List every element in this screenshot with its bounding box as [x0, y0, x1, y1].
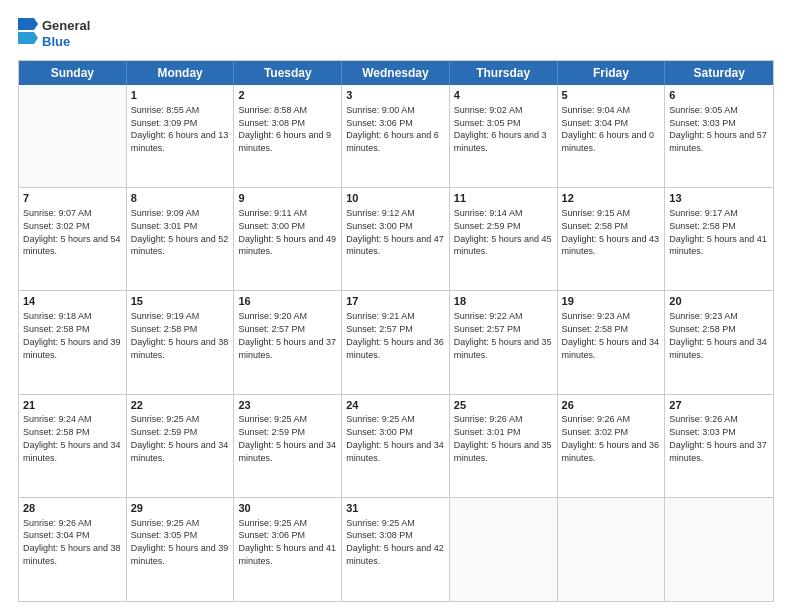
day-number: 2	[238, 88, 337, 103]
cell-info: Sunrise: 8:55 AMSunset: 3:09 PMDaylight:…	[131, 105, 229, 153]
cell-info: Sunrise: 9:02 AMSunset: 3:05 PMDaylight:…	[454, 105, 547, 153]
day-cell-16: 16 Sunrise: 9:20 AMSunset: 2:57 PMDaylig…	[234, 291, 342, 393]
cell-info: Sunrise: 9:23 AMSunset: 2:58 PMDaylight:…	[562, 311, 660, 359]
cell-info: Sunrise: 9:11 AMSunset: 3:00 PMDaylight:…	[238, 208, 336, 256]
day-number: 13	[669, 191, 769, 206]
header-day-thursday: Thursday	[450, 61, 558, 85]
week-row-1: 1 Sunrise: 8:55 AMSunset: 3:09 PMDayligh…	[19, 85, 773, 188]
day-cell-26: 26 Sunrise: 9:26 AMSunset: 3:02 PMDaylig…	[558, 395, 666, 497]
cell-info: Sunrise: 9:25 AMSunset: 2:59 PMDaylight:…	[131, 414, 229, 462]
day-number: 26	[562, 398, 661, 413]
day-number: 11	[454, 191, 553, 206]
header-day-tuesday: Tuesday	[234, 61, 342, 85]
day-number: 9	[238, 191, 337, 206]
cell-info: Sunrise: 9:26 AMSunset: 3:02 PMDaylight:…	[562, 414, 660, 462]
header-day-wednesday: Wednesday	[342, 61, 450, 85]
day-number: 17	[346, 294, 445, 309]
day-cell-25: 25 Sunrise: 9:26 AMSunset: 3:01 PMDaylig…	[450, 395, 558, 497]
cell-info: Sunrise: 9:07 AMSunset: 3:02 PMDaylight:…	[23, 208, 121, 256]
svg-marker-1	[18, 32, 38, 44]
empty-cell	[558, 498, 666, 601]
day-cell-28: 28 Sunrise: 9:26 AMSunset: 3:04 PMDaylig…	[19, 498, 127, 601]
cell-info: Sunrise: 9:24 AMSunset: 2:58 PMDaylight:…	[23, 414, 121, 462]
day-cell-13: 13 Sunrise: 9:17 AMSunset: 2:58 PMDaylig…	[665, 188, 773, 290]
header-day-sunday: Sunday	[19, 61, 127, 85]
day-number: 19	[562, 294, 661, 309]
day-number: 12	[562, 191, 661, 206]
day-number: 31	[346, 501, 445, 516]
day-number: 7	[23, 191, 122, 206]
day-cell-4: 4 Sunrise: 9:02 AMSunset: 3:05 PMDayligh…	[450, 85, 558, 187]
cell-info: Sunrise: 9:26 AMSunset: 3:03 PMDaylight:…	[669, 414, 767, 462]
week-row-5: 28 Sunrise: 9:26 AMSunset: 3:04 PMDaylig…	[19, 498, 773, 601]
day-number: 1	[131, 88, 230, 103]
calendar-header: SundayMondayTuesdayWednesdayThursdayFrid…	[19, 61, 773, 85]
day-cell-14: 14 Sunrise: 9:18 AMSunset: 2:58 PMDaylig…	[19, 291, 127, 393]
cell-info: Sunrise: 9:25 AMSunset: 3:06 PMDaylight:…	[238, 518, 336, 566]
day-cell-6: 6 Sunrise: 9:05 AMSunset: 3:03 PMDayligh…	[665, 85, 773, 187]
header-day-monday: Monday	[127, 61, 235, 85]
day-number: 28	[23, 501, 122, 516]
cell-info: Sunrise: 9:25 AMSunset: 3:05 PMDaylight:…	[131, 518, 229, 566]
day-cell-1: 1 Sunrise: 8:55 AMSunset: 3:09 PMDayligh…	[127, 85, 235, 187]
day-cell-20: 20 Sunrise: 9:23 AMSunset: 2:58 PMDaylig…	[665, 291, 773, 393]
day-cell-17: 17 Sunrise: 9:21 AMSunset: 2:57 PMDaylig…	[342, 291, 450, 393]
week-row-4: 21 Sunrise: 9:24 AMSunset: 2:58 PMDaylig…	[19, 395, 773, 498]
day-cell-8: 8 Sunrise: 9:09 AMSunset: 3:01 PMDayligh…	[127, 188, 235, 290]
week-row-3: 14 Sunrise: 9:18 AMSunset: 2:58 PMDaylig…	[19, 291, 773, 394]
cell-info: Sunrise: 9:26 AMSunset: 3:04 PMDaylight:…	[23, 518, 121, 566]
logo-line2: Blue	[42, 34, 90, 50]
empty-cell	[665, 498, 773, 601]
day-cell-31: 31 Sunrise: 9:25 AMSunset: 3:08 PMDaylig…	[342, 498, 450, 601]
cell-info: Sunrise: 9:23 AMSunset: 2:58 PMDaylight:…	[669, 311, 767, 359]
day-cell-3: 3 Sunrise: 9:00 AMSunset: 3:06 PMDayligh…	[342, 85, 450, 187]
day-number: 24	[346, 398, 445, 413]
empty-cell	[450, 498, 558, 601]
logo-graphic	[18, 18, 38, 46]
cell-info: Sunrise: 9:14 AMSunset: 2:59 PMDaylight:…	[454, 208, 552, 256]
page: General Blue SundayMondayTuesdayWednesda…	[0, 0, 792, 612]
header: General Blue	[18, 18, 774, 50]
cell-info: Sunrise: 9:15 AMSunset: 2:58 PMDaylight:…	[562, 208, 660, 256]
cell-info: Sunrise: 8:58 AMSunset: 3:08 PMDaylight:…	[238, 105, 331, 153]
day-number: 5	[562, 88, 661, 103]
cell-info: Sunrise: 9:19 AMSunset: 2:58 PMDaylight:…	[131, 311, 229, 359]
day-cell-9: 9 Sunrise: 9:11 AMSunset: 3:00 PMDayligh…	[234, 188, 342, 290]
logo-line1: General	[42, 18, 90, 34]
logo: General Blue	[18, 18, 90, 50]
day-number: 14	[23, 294, 122, 309]
cell-info: Sunrise: 9:18 AMSunset: 2:58 PMDaylight:…	[23, 311, 121, 359]
cell-info: Sunrise: 9:00 AMSunset: 3:06 PMDaylight:…	[346, 105, 439, 153]
cell-info: Sunrise: 9:09 AMSunset: 3:01 PMDaylight:…	[131, 208, 229, 256]
day-number: 23	[238, 398, 337, 413]
day-number: 10	[346, 191, 445, 206]
day-number: 29	[131, 501, 230, 516]
cell-info: Sunrise: 9:21 AMSunset: 2:57 PMDaylight:…	[346, 311, 444, 359]
day-cell-11: 11 Sunrise: 9:14 AMSunset: 2:59 PMDaylig…	[450, 188, 558, 290]
calendar: SundayMondayTuesdayWednesdayThursdayFrid…	[18, 60, 774, 602]
cell-info: Sunrise: 9:20 AMSunset: 2:57 PMDaylight:…	[238, 311, 336, 359]
day-cell-24: 24 Sunrise: 9:25 AMSunset: 3:00 PMDaylig…	[342, 395, 450, 497]
day-number: 20	[669, 294, 769, 309]
cell-info: Sunrise: 9:05 AMSunset: 3:03 PMDaylight:…	[669, 105, 767, 153]
day-cell-15: 15 Sunrise: 9:19 AMSunset: 2:58 PMDaylig…	[127, 291, 235, 393]
day-cell-29: 29 Sunrise: 9:25 AMSunset: 3:05 PMDaylig…	[127, 498, 235, 601]
day-cell-23: 23 Sunrise: 9:25 AMSunset: 2:59 PMDaylig…	[234, 395, 342, 497]
day-number: 30	[238, 501, 337, 516]
day-number: 27	[669, 398, 769, 413]
day-cell-30: 30 Sunrise: 9:25 AMSunset: 3:06 PMDaylig…	[234, 498, 342, 601]
day-cell-10: 10 Sunrise: 9:12 AMSunset: 3:00 PMDaylig…	[342, 188, 450, 290]
header-day-friday: Friday	[558, 61, 666, 85]
svg-marker-0	[18, 18, 38, 30]
day-cell-18: 18 Sunrise: 9:22 AMSunset: 2:57 PMDaylig…	[450, 291, 558, 393]
cell-info: Sunrise: 9:22 AMSunset: 2:57 PMDaylight:…	[454, 311, 552, 359]
cell-info: Sunrise: 9:25 AMSunset: 3:08 PMDaylight:…	[346, 518, 444, 566]
day-number: 6	[669, 88, 769, 103]
cell-info: Sunrise: 9:25 AMSunset: 3:00 PMDaylight:…	[346, 414, 444, 462]
empty-cell	[19, 85, 127, 187]
day-cell-2: 2 Sunrise: 8:58 AMSunset: 3:08 PMDayligh…	[234, 85, 342, 187]
day-number: 22	[131, 398, 230, 413]
day-cell-21: 21 Sunrise: 9:24 AMSunset: 2:58 PMDaylig…	[19, 395, 127, 497]
calendar-body: 1 Sunrise: 8:55 AMSunset: 3:09 PMDayligh…	[19, 85, 773, 601]
cell-info: Sunrise: 9:25 AMSunset: 2:59 PMDaylight:…	[238, 414, 336, 462]
